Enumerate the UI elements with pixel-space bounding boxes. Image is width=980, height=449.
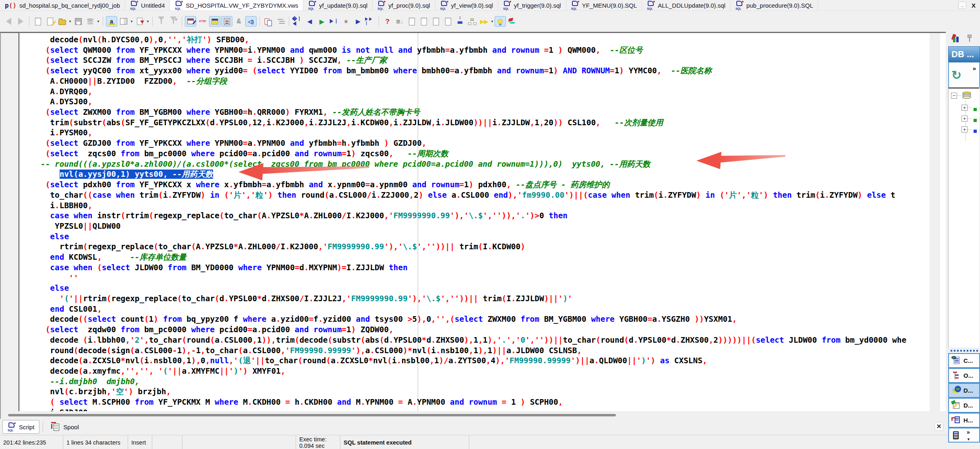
plsql-developer-window: p()sd_hospital.sp_bq_cancel_rydj00_jobSQ… [0,0,980,449]
annotation-arrows [0,0,980,449]
